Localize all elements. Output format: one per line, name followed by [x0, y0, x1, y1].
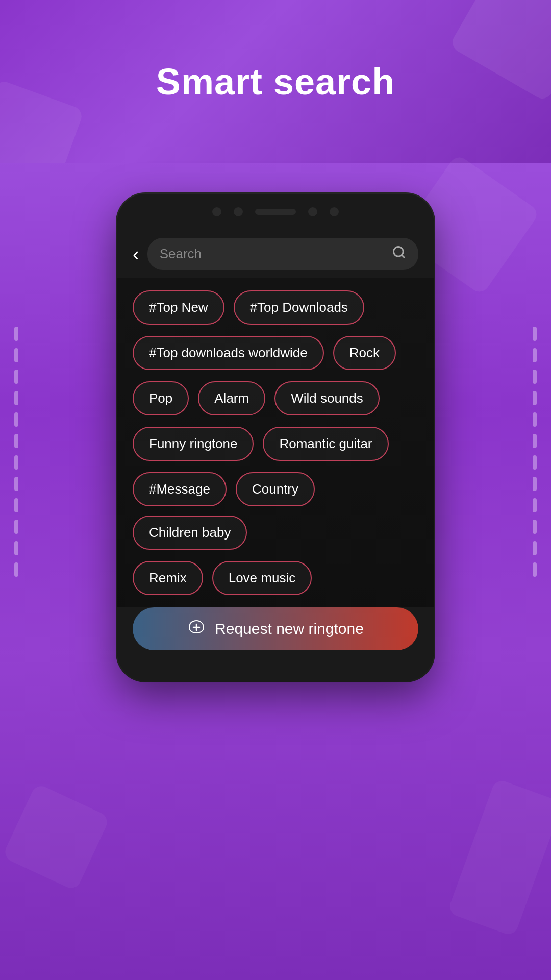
back-button[interactable]: ‹ — [133, 244, 139, 264]
dash — [14, 562, 18, 577]
dash — [533, 348, 537, 362]
phone-sensor-3 — [308, 207, 317, 216]
tag-alarm[interactable]: Alarm — [198, 381, 265, 415]
phone-sensor-2 — [234, 207, 243, 216]
dashes-right — [533, 327, 537, 577]
phone-mockup: ‹ Search #Top New #Top Downloads — [117, 194, 434, 681]
tags-row-4: Funny ringtone Romantic guitar — [133, 427, 418, 461]
request-btn-label: Request new ringtone — [215, 620, 364, 638]
tag-top-downloads-worldwide[interactable]: #Top downloads worldwide — [133, 336, 324, 370]
main-background: ‹ Search #Top New #Top Downloads — [0, 163, 551, 980]
tags-grid: #Top New #Top Downloads #Top downloads w… — [133, 290, 418, 595]
tag-remix[interactable]: Remix — [133, 561, 203, 595]
tags-row-3: Pop Alarm Wild sounds — [133, 381, 418, 415]
dash — [533, 541, 537, 555]
dash — [533, 520, 537, 534]
request-new-ringtone-button[interactable]: Request new ringtone — [133, 607, 418, 650]
bg-decor-br — [447, 778, 551, 937]
search-input-container[interactable]: Search — [147, 238, 418, 270]
dash — [14, 498, 18, 512]
header-section: Smart search — [0, 0, 551, 163]
dash — [14, 348, 18, 362]
dash — [14, 412, 18, 427]
dash — [533, 327, 537, 341]
svg-line-1 — [402, 255, 404, 257]
dash — [14, 541, 18, 555]
dash — [533, 370, 537, 384]
dash — [533, 391, 537, 405]
dash — [14, 520, 18, 534]
tag-romantic-guitar[interactable]: Romantic guitar — [263, 427, 388, 461]
tag-funny-ringtone[interactable]: Funny ringtone — [133, 427, 254, 461]
dash — [533, 434, 537, 448]
dash — [14, 434, 18, 448]
dash — [533, 412, 537, 427]
phone-bottom — [117, 655, 434, 666]
tags-container: #Top New #Top Downloads #Top downloads w… — [117, 278, 434, 607]
tags-row-6: Remix Love music — [133, 561, 418, 595]
tag-top-new[interactable]: #Top New — [133, 290, 224, 325]
page-title: Smart search — [156, 61, 395, 103]
phone-speaker — [255, 209, 296, 215]
dash — [14, 370, 18, 384]
search-bar-row: ‹ Search — [117, 230, 434, 278]
dash — [14, 327, 18, 341]
dash — [533, 455, 537, 470]
dash — [14, 455, 18, 470]
dash — [533, 477, 537, 491]
tag-message[interactable]: #Message — [133, 472, 227, 506]
phone-sensor-1 — [212, 207, 221, 216]
tag-love-music[interactable]: Love music — [212, 561, 312, 595]
tags-row-2: #Top downloads worldwide Rock — [133, 336, 418, 370]
dash — [533, 562, 537, 577]
request-icon — [187, 618, 206, 640]
phone-sensor-4 — [330, 207, 339, 216]
tag-pop[interactable]: Pop — [133, 381, 189, 415]
search-icon[interactable] — [392, 245, 406, 263]
dash — [14, 477, 18, 491]
tag-rock[interactable]: Rock — [333, 336, 396, 370]
request-btn-container: Request new ringtone — [117, 607, 434, 655]
dashes-left — [14, 327, 18, 577]
tag-country[interactable]: Country — [236, 472, 315, 506]
tags-row-5: #Message Country Children baby — [133, 472, 418, 550]
tag-children-baby[interactable]: Children baby — [133, 516, 247, 550]
phone-top-bar — [117, 194, 434, 230]
bg-decor-bl — [2, 783, 111, 892]
search-placeholder: Search — [160, 246, 202, 262]
dash — [533, 498, 537, 512]
tag-top-downloads[interactable]: #Top Downloads — [234, 290, 364, 325]
tag-wild-sounds[interactable]: Wild sounds — [274, 381, 380, 415]
dash — [14, 391, 18, 405]
tags-row-1: #Top New #Top Downloads — [133, 290, 418, 325]
